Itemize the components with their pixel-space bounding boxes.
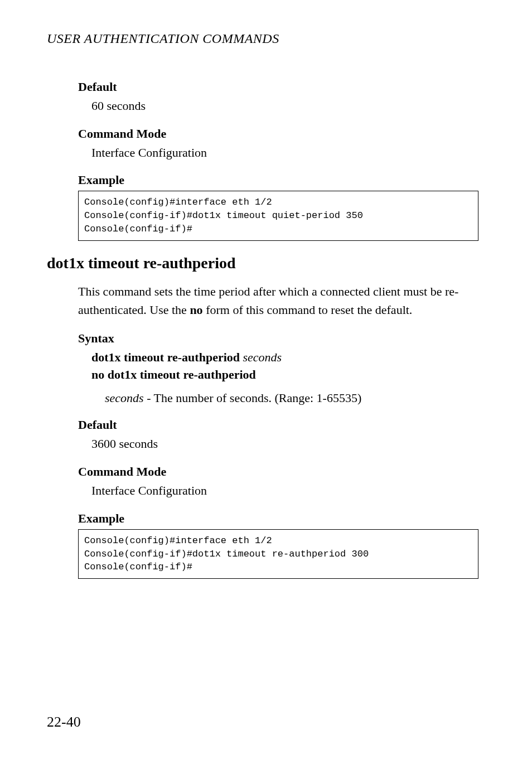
text-default-2: 3600 seconds [91, 436, 478, 452]
command-title: dot1x timeout re-authperiod [47, 254, 478, 272]
text-command-mode-2: Interface Configuration [91, 482, 478, 499]
syntax-block: dot1x timeout re-authperiod seconds no d… [91, 349, 478, 384]
heading-command-mode-1: Command Mode [47, 127, 478, 141]
code-block-1: Console(config)#interface eth 1/2 Consol… [78, 191, 478, 240]
heading-example-2: Example [47, 511, 478, 526]
text-command-mode-1: Interface Configuration [91, 144, 478, 161]
page-container: USER AUTHENTICATION COMMANDS Default 60 … [0, 0, 532, 774]
heading-example-1: Example [47, 173, 478, 187]
syntax-line-2: no dot1x timeout re-authperiod [91, 366, 478, 384]
heading-default-2: Default [47, 418, 478, 432]
param-name: seconds [105, 391, 144, 405]
command-description: This command sets the time period after … [78, 282, 478, 319]
code-block-2: Console(config)#interface eth 1/2 Consol… [78, 529, 478, 579]
running-header: USER AUTHENTICATION COMMANDS [47, 31, 478, 46]
syntax-line-1: dot1x timeout re-authperiod seconds [91, 349, 478, 366]
heading-command-mode-2: Command Mode [47, 465, 478, 479]
param-desc: - The number of seconds. (Range: 1-65535… [144, 391, 362, 405]
syntax-l1-bold: dot1x timeout re-authperiod [91, 350, 243, 364]
desc-text-post: form of this command to reset the defaul… [203, 303, 413, 317]
page-number: 22-40 [47, 714, 81, 731]
heading-syntax: Syntax [47, 331, 478, 346]
desc-text-bold: no [190, 303, 202, 317]
heading-default-1: Default [47, 80, 478, 94]
syntax-l1-italic: seconds [243, 350, 282, 364]
text-default-1: 60 seconds [91, 98, 478, 114]
parameter-line: seconds - The number of seconds. (Range:… [105, 391, 478, 405]
